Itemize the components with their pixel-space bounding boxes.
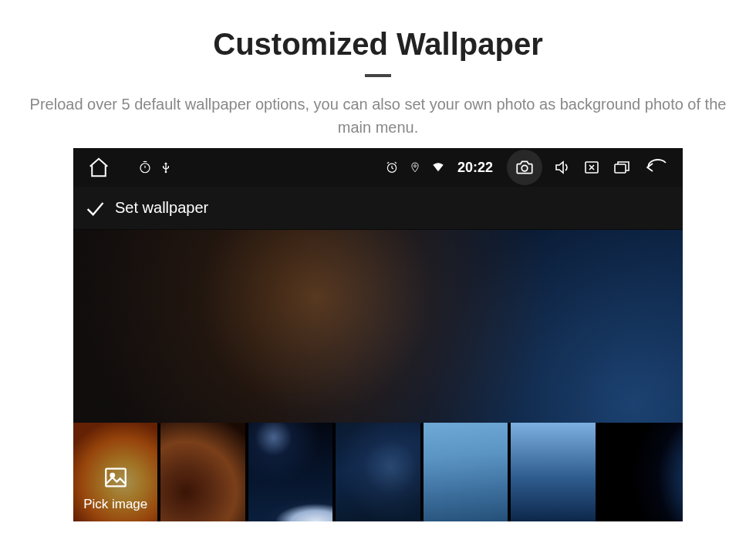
home-icon[interactable] — [87, 156, 110, 179]
svg-point-3 — [521, 165, 528, 171]
usb-icon — [160, 160, 172, 175]
pick-image-button[interactable]: Pick image — [73, 423, 157, 521]
close-app-icon[interactable] — [582, 158, 601, 177]
recent-apps-icon[interactable] — [612, 158, 632, 177]
status-time: 20:22 — [457, 160, 493, 176]
confirm-icon[interactable] — [84, 197, 106, 219]
page-title: Customized Wallpaper — [0, 27, 756, 62]
timer-icon — [138, 160, 152, 174]
wallpaper-thumb[interactable] — [248, 423, 332, 521]
svg-rect-5 — [615, 164, 626, 173]
wallpaper-thumb[interactable] — [511, 423, 595, 521]
volume-icon[interactable] — [553, 158, 572, 177]
app-header: Set wallpaper — [73, 187, 683, 230]
wallpaper-thumb[interactable] — [424, 423, 508, 521]
status-bar: 20:22 — [73, 148, 683, 187]
wallpaper-thumbnails: Pick image — [73, 423, 683, 521]
wallpaper-preview[interactable] — [73, 230, 683, 423]
page-subtitle: Preload over 5 default wallpaper options… — [27, 93, 729, 139]
location-icon — [410, 160, 420, 174]
wallpaper-thumb[interactable] — [599, 423, 683, 521]
device-screenshot: 20:22 Set wallpaper — [73, 148, 683, 521]
pick-image-label: Pick image — [83, 497, 147, 512]
title-underline — [365, 74, 391, 77]
back-icon[interactable] — [643, 158, 669, 177]
wifi-icon — [431, 161, 445, 174]
svg-rect-6 — [106, 469, 126, 487]
svg-point-2 — [413, 165, 416, 167]
image-icon — [100, 464, 131, 491]
alarm-icon — [385, 160, 399, 174]
screenshot-button[interactable] — [507, 150, 542, 185]
wallpaper-thumb[interactable] — [336, 423, 420, 521]
wallpaper-thumb[interactable] — [160, 423, 245, 521]
header-title: Set wallpaper — [115, 199, 208, 217]
